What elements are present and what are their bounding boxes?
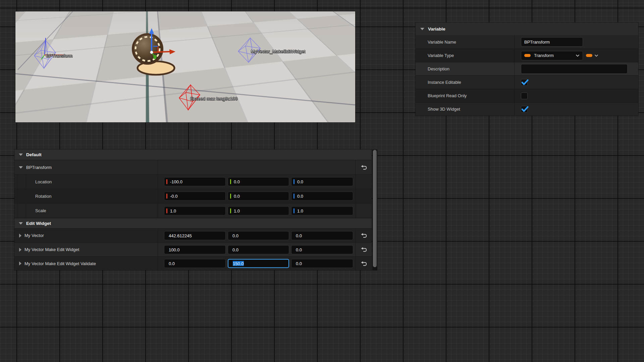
- 3d-preview-viewport[interactable]: BPTransform MyVector_MakeEditWidget Exce…: [15, 11, 355, 122]
- x-axis-stripe: [166, 208, 167, 213]
- gizmo-y-arrowhead[interactable]: [153, 55, 157, 59]
- reset-to-default-button[interactable]: [355, 160, 372, 174]
- indent-guide: [17, 189, 17, 203]
- variable-type-value: Transform: [534, 53, 554, 58]
- exceed-max-length-warning-label: Exceed max length:100: [190, 96, 237, 101]
- z-axis-stripe: [293, 179, 294, 184]
- expand-arrow-icon[interactable]: [19, 261, 21, 265]
- location-y-input[interactable]: 0.0: [228, 177, 289, 186]
- mvmew-y-input[interactable]: 0.0: [228, 245, 289, 254]
- description-row: Description: [416, 62, 638, 75]
- variable-section-title: Variable: [428, 26, 445, 32]
- rotation-x-input[interactable]: -0.0: [164, 192, 226, 201]
- column-splitter[interactable]: [158, 175, 158, 189]
- rotation-label: Rotation: [14, 194, 51, 199]
- collapse-arrow-icon[interactable]: [19, 154, 23, 156]
- gizmo-z-arrowhead[interactable]: [149, 28, 154, 34]
- my-vector-make-edit-widget-validate-label: My Vector Make Edit Widget Validate: [24, 261, 96, 266]
- x-axis-stripe: [166, 194, 167, 199]
- rotation-y-input[interactable]: 0.0: [228, 192, 289, 201]
- location-z-value: 0.0: [297, 179, 303, 184]
- variable-type-dropdown[interactable]: Transform: [521, 51, 583, 60]
- scale-x-input[interactable]: 1.0: [164, 206, 226, 215]
- location-x-input[interactable]: -100.0: [164, 177, 226, 186]
- location-z-input[interactable]: 0.0: [291, 177, 353, 186]
- category-header-edit-widget[interactable]: Edit Widget: [14, 218, 372, 228]
- chevron-down-icon: [594, 54, 598, 57]
- my-vector-z-value: 0.0: [296, 233, 302, 238]
- category-header-default[interactable]: Default: [14, 149, 372, 160]
- show-3d-widget-checkbox[interactable]: [521, 106, 528, 113]
- indent-guide: [26, 189, 26, 203]
- column-splitter: [355, 175, 356, 189]
- container-type-dropdown[interactable]: [586, 54, 598, 57]
- collapse-arrow-icon[interactable]: [19, 166, 23, 169]
- collapse-arrow-icon[interactable]: [19, 222, 23, 225]
- reset-to-default-button[interactable]: [355, 243, 372, 256]
- column-splitter[interactable]: [158, 189, 158, 203]
- gizmo-x-arrow[interactable]: [152, 52, 170, 52]
- rotation-z-input[interactable]: 0.0: [291, 192, 353, 201]
- my-vector-z-input[interactable]: 0.0: [291, 231, 353, 240]
- edit-widget-category-title: Edit Widget: [26, 221, 51, 226]
- scale-y-value: 1.0: [234, 208, 240, 213]
- column-splitter[interactable]: [514, 103, 515, 116]
- reset-to-default-button[interactable]: [355, 229, 372, 242]
- gizmo-x-arrowhead[interactable]: [169, 49, 175, 54]
- my-vector-x-value: 442.612245: [169, 233, 192, 238]
- column-splitter[interactable]: [514, 76, 515, 89]
- scale-y-input[interactable]: 1.0: [228, 206, 289, 215]
- indent-guide: [26, 175, 26, 189]
- my-vector-make-edit-widget-property[interactable]: My Vector Make Edit Widget: [14, 247, 79, 252]
- variable-details-panel: Variable Variable Name BPTransform Varia…: [416, 22, 638, 116]
- reset-to-default-button[interactable]: [355, 257, 372, 270]
- column-splitter[interactable]: [158, 160, 158, 174]
- show-3d-widget-label: Show 3D Widget: [416, 107, 514, 112]
- gizmo-center-dot[interactable]: [150, 51, 153, 54]
- my-vector-x-input[interactable]: 442.612245: [164, 231, 226, 240]
- scale-label: Scale: [14, 208, 46, 213]
- mvmewv-y-input-editing[interactable]: 150.0: [228, 259, 289, 268]
- mvmewv-z-input[interactable]: 0.0: [291, 259, 353, 268]
- column-splitter[interactable]: [514, 49, 515, 62]
- floor-streak-line: [15, 74, 355, 105]
- column-splitter[interactable]: [158, 229, 158, 242]
- my-vector-make-edit-widget-validate-property[interactable]: My Vector Make Edit Widget Validate: [14, 261, 96, 266]
- indent-guide: [17, 203, 17, 218]
- my-vector-y-value: 0.0: [232, 233, 238, 238]
- variable-section-header[interactable]: Variable: [416, 22, 638, 35]
- variable-name-value: BPTransform: [524, 40, 550, 45]
- column-splitter: [355, 203, 356, 218]
- column-splitter[interactable]: [514, 62, 515, 75]
- mvmewv-x-input[interactable]: 0.0: [164, 259, 226, 268]
- details-scrollbar[interactable]: [372, 149, 377, 270]
- location-row: Location -100.0 0.0 0.0: [14, 174, 372, 189]
- my-vector-property[interactable]: My Vector: [14, 233, 44, 238]
- my-vector-y-input[interactable]: 0.0: [228, 231, 289, 240]
- location-label: Location: [14, 179, 52, 184]
- description-input[interactable]: [521, 64, 628, 74]
- column-splitter[interactable]: [514, 35, 515, 49]
- column-splitter[interactable]: [158, 243, 158, 256]
- collapse-arrow-icon[interactable]: [420, 28, 424, 30]
- indent-guide: [17, 175, 17, 189]
- column-splitter[interactable]: [514, 89, 515, 102]
- z-axis-stripe: [293, 194, 294, 199]
- variable-name-input[interactable]: BPTransform: [521, 37, 583, 47]
- rotation-x-value: -0.0: [170, 194, 177, 199]
- details-scrollbar-thumb[interactable]: [373, 150, 377, 267]
- instance-editable-checkbox[interactable]: [521, 79, 528, 86]
- reset-arrow-icon: [360, 247, 367, 252]
- column-splitter[interactable]: [158, 203, 158, 218]
- expand-arrow-icon[interactable]: [19, 234, 21, 238]
- column-splitter[interactable]: [158, 257, 158, 270]
- variable-name-label: Variable Name: [416, 40, 514, 45]
- mvmew-x-input[interactable]: 100.0: [164, 245, 226, 254]
- mvmew-y-value: 0.0: [232, 247, 238, 252]
- expand-arrow-icon[interactable]: [19, 248, 21, 252]
- mvmew-z-input[interactable]: 0.0: [291, 245, 353, 254]
- bptransform-property[interactable]: BPTransform: [14, 165, 52, 170]
- my-vector-label: My Vector: [24, 233, 44, 238]
- blueprint-read-only-checkbox[interactable]: [521, 93, 528, 99]
- scale-z-input[interactable]: 1.0: [291, 206, 353, 215]
